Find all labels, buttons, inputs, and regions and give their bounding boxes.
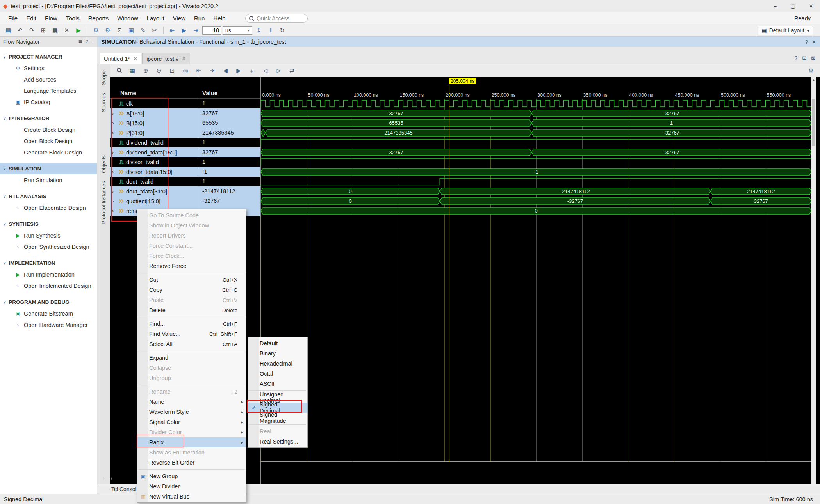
wave-trace-clk[interactable] <box>261 99 811 108</box>
value-column-header[interactable]: Value <box>199 88 260 99</box>
zoom-to-cursor-icon[interactable]: ◎ <box>181 67 190 74</box>
menuitem-cut[interactable]: CutCtrl+X <box>137 275 246 285</box>
swap-cursor-icon[interactable]: ⇄ <box>287 67 296 74</box>
menu-view[interactable]: View <box>169 12 190 24</box>
menuitem-find[interactable]: Find...Ctrl+F <box>137 319 246 329</box>
flow-item-generate-bitstream[interactable]: ▣Generate Bitstream <box>0 308 97 319</box>
signal-value-dout-tdata-31-0[interactable]: -2147418112 <box>199 186 260 196</box>
menu-file[interactable]: File <box>4 12 22 24</box>
previous-transition-icon[interactable]: ◀ <box>221 67 230 74</box>
menuitem-reverse-bit-order[interactable]: Reverse Bit Order <box>137 458 246 468</box>
maximize-button[interactable]: ▢ <box>784 0 802 12</box>
close-panel-icon[interactable]: ✕ <box>812 39 816 45</box>
add-marker-icon[interactable]: + <box>248 67 256 74</box>
minimize-button[interactable]: – <box>766 0 784 12</box>
scroll-right-icon[interactable]: › <box>103 475 105 481</box>
flow-item-ip-catalog[interactable]: ▣IP Catalog <box>0 96 97 108</box>
menuitem-find-value[interactable]: Find Value...Ctrl+Shift+F <box>137 329 246 339</box>
signal-value-a-15-0[interactable]: 32767 <box>199 108 260 118</box>
go-to-time-0-icon[interactable]: ⇤ <box>194 67 203 74</box>
menuitem-signed-magnitude[interactable]: Signed Magnitude <box>248 413 307 423</box>
menuitem-expand[interactable]: Expand <box>137 353 246 363</box>
flow-section-header-synthesis[interactable]: ∨SYNTHESIS <box>0 218 97 230</box>
menu-flow[interactable]: Flow <box>41 12 62 24</box>
help-icon[interactable]: ? <box>805 39 808 45</box>
wave-trace-p-31-0[interactable]: 2147385345-32767 <box>261 128 811 138</box>
signal-name-divisor-tvalid[interactable]: divisor_tvalid <box>110 157 199 167</box>
relaunch-icon[interactable]: ↻ <box>277 26 287 35</box>
name-column-header[interactable]: Name <box>110 88 199 99</box>
next-transition-icon[interactable]: ▶ <box>234 67 243 74</box>
wave-canvas[interactable]: 0.000 ns50.000 ns100.000 ns150.000 ns200… <box>260 77 811 484</box>
tcl-console-tab[interactable]: Tcl Consol <box>97 486 137 492</box>
menu-help[interactable]: Help <box>209 12 230 24</box>
flow-item-open-implemented-design[interactable]: ›Open Implemented Design <box>0 280 97 291</box>
expand-icon[interactable]: › <box>112 198 116 204</box>
expand-icon[interactable]: › <box>112 149 116 155</box>
scroll-left-icon[interactable]: ‹ <box>111 475 112 481</box>
signal-value-clk[interactable]: 1 <box>199 99 260 108</box>
flow-item-add-sources[interactable]: Add Sources <box>0 74 97 85</box>
signal-name-dividend-tvalid[interactable]: dividend_tvalid <box>110 138 199 147</box>
flow-section-header-simulation[interactable]: ∨SIMULATION <box>0 163 97 174</box>
close-tab-icon[interactable]: ✕ <box>134 56 137 61</box>
signal-name-p-31-0[interactable]: ›P[31:0] <box>110 128 199 138</box>
flow-item-run-implementation[interactable]: ▶Run Implementation <box>0 269 97 280</box>
menuitem-hexadecimal[interactable]: Hexadecimal <box>248 358 307 369</box>
scrollbar-thumb[interactable] <box>812 99 815 146</box>
menuitem-delete[interactable]: DeleteDelete <box>137 305 246 315</box>
tab-ipcore-test-v[interactable]: ipcore_test.v✕ <box>142 53 190 64</box>
run-for-icon[interactable]: ⇥ <box>191 26 201 35</box>
redo-icon[interactable]: ↷ <box>27 26 37 35</box>
previous-marker-icon[interactable]: ◁ <box>261 67 269 74</box>
undo-icon[interactable]: ↶ <box>15 26 25 35</box>
find-icon[interactable] <box>115 67 123 74</box>
zoom-fit-icon[interactable]: ⊡ <box>168 67 176 74</box>
flow-item-open-hardware-manager[interactable]: ›Open Hardware Manager <box>0 319 97 330</box>
signal-value-dividend-tvalid[interactable]: 1 <box>199 138 260 147</box>
menuitem-binary[interactable]: Binary <box>248 348 307 358</box>
menuitem-radix[interactable]: Radix▸ <box>137 437 246 447</box>
expand-icon[interactable]: › <box>112 110 116 116</box>
quick-access-search[interactable]: Quick Access <box>245 14 308 23</box>
side-tab-sources[interactable]: Sources <box>101 89 107 116</box>
flow-section-header-implementation[interactable]: ∨IMPLEMENTATION <box>0 257 97 269</box>
wave-trace-b-15-0[interactable]: 655351 <box>261 118 811 128</box>
menuitem-waveform-style[interactable]: Waveform Style▸ <box>137 407 246 417</box>
menu-edit[interactable]: Edit <box>22 12 41 24</box>
menuitem-copy[interactable]: CopyCtrl+C <box>137 285 246 295</box>
signal-value-p-31-0[interactable]: 2147385345 <box>199 128 260 138</box>
scroll-up-icon[interactable]: ▲ <box>811 77 816 82</box>
flow-item-generate-block-design[interactable]: Generate Block Design <box>0 147 97 158</box>
edit-pencil-icon[interactable]: ✎ <box>138 26 148 35</box>
time-ruler[interactable]: 0.000 ns50.000 ns100.000 ns150.000 ns200… <box>261 77 811 98</box>
signal-value-divisor-tdata-15-0[interactable]: -1 <box>199 167 260 177</box>
step-icon[interactable]: ↧ <box>254 26 264 35</box>
settings-gear-icon[interactable]: ⚙ <box>103 26 113 35</box>
flow-item-open-synthesized-design[interactable]: ›Open Synthesized Design <box>0 241 97 252</box>
signal-value-b-15-0[interactable]: 65535 <box>199 118 260 128</box>
signal-value-dout-tvalid[interactable]: 1 <box>199 177 260 186</box>
copy-icon[interactable]: ⊞ <box>38 26 48 35</box>
menuitem-new-divider[interactable]: New Divider <box>137 481 246 492</box>
wave-trace-dout-tvalid[interactable] <box>261 177 811 186</box>
flow-item-open-elaborated-design[interactable]: ›Open Elaborated Design <box>0 202 97 213</box>
run-all-icon[interactable]: ▶ <box>179 26 189 35</box>
menuitem-remove-force[interactable]: Remove Force <box>137 261 246 271</box>
flow-item-open-block-design[interactable]: Open Block Design <box>0 135 97 147</box>
expand-icon[interactable]: › <box>112 208 116 214</box>
menu-layout[interactable]: Layout <box>143 12 169 24</box>
float-window-icon[interactable]: ⊡ <box>802 55 806 61</box>
flow-section-header-rtl-analysis[interactable]: ∨RTL ANALYSIS <box>0 190 97 202</box>
wave-trace-dividend-tvalid[interactable] <box>261 138 811 147</box>
expand-icon[interactable]: › <box>112 169 116 175</box>
expand-icon[interactable]: › <box>112 130 116 136</box>
expand-icon[interactable]: › <box>112 188 116 194</box>
menu-window[interactable]: Window <box>113 12 142 24</box>
help-icon[interactable]: ? <box>86 39 88 44</box>
signal-name-clk[interactable]: clk <box>110 99 199 108</box>
side-tab-objects[interactable]: Objects <box>101 152 107 177</box>
flow-section-header-ip-integrator[interactable]: ∨IP INTEGRATOR <box>0 112 97 124</box>
save-waveform-icon[interactable]: ▦ <box>128 67 137 74</box>
next-marker-icon[interactable]: ▷ <box>274 67 283 74</box>
